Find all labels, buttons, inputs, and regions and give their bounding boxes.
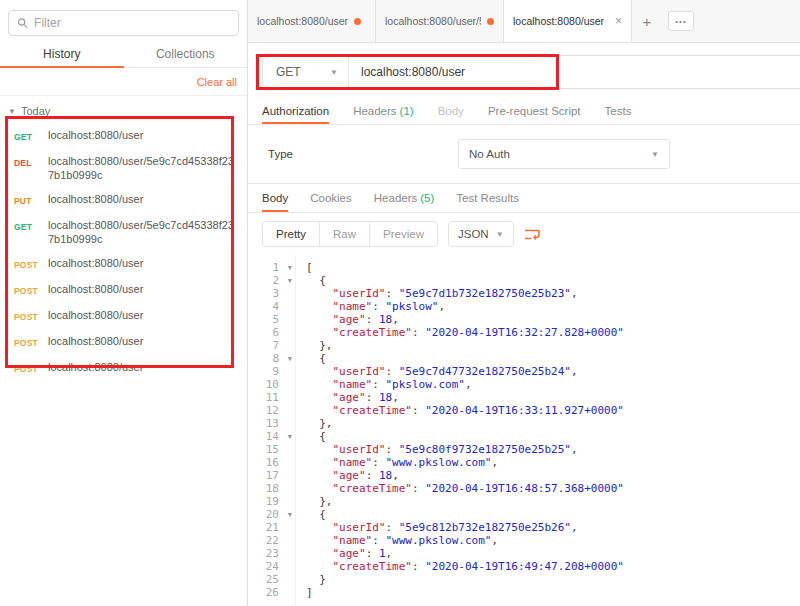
history-method-label: PUT	[14, 192, 43, 208]
wrap-text-icon[interactable]	[524, 228, 540, 241]
history-item[interactable]: POSTlocalhost:8080/user	[0, 251, 247, 277]
chevron-down-icon: ▼	[330, 68, 338, 77]
line-number: 5	[248, 313, 295, 326]
tab-history[interactable]: History	[0, 40, 124, 67]
format-select[interactable]: JSON ▼	[448, 221, 514, 247]
history-method-label: GET	[14, 128, 43, 144]
filter-box	[8, 10, 239, 36]
history-method-label: POST	[14, 256, 43, 272]
response-tabs: BodyCookiesHeaders(5)Test Results	[248, 183, 800, 213]
code-line: "name": "www.pkslow.com",	[306, 534, 800, 547]
view-mode-pretty[interactable]: Pretty	[263, 222, 320, 246]
close-tab-icon[interactable]: ×	[615, 14, 622, 28]
history-item[interactable]: POSTlocalhost:8080/user	[0, 303, 247, 329]
line-number: 12	[248, 404, 295, 417]
line-number: 6	[248, 326, 295, 339]
tab-label: Headers	[353, 105, 396, 117]
history-method-label: POST	[14, 334, 43, 350]
tab-count-badge: (1)	[400, 105, 414, 117]
response-section-tab[interactable]: Headers(5)	[374, 184, 435, 212]
response-section-tab[interactable]: Body	[262, 184, 288, 212]
clear-all-link[interactable]: Clear all	[197, 76, 237, 88]
view-mode-raw[interactable]: Raw	[320, 222, 370, 246]
tab-label: Authorization	[262, 105, 329, 117]
code-editor[interactable]: [ { "userId": "5e9c7d1b732e182750e25b23"…	[296, 255, 800, 606]
request-section-tab[interactable]: Body	[438, 97, 464, 124]
history-url: localhost:8080/user	[48, 360, 143, 376]
history-item[interactable]: DELlocalhost:8080/user/5e9c7cd45338f237b…	[0, 149, 247, 187]
url-input[interactable]: localhost:8080/user	[349, 56, 800, 88]
request-section-tab[interactable]: Tests	[605, 97, 632, 124]
new-tab-button[interactable]: +	[632, 0, 662, 42]
code-line: "userId": "5e9c7d1b732e182750e25b23",	[306, 287, 800, 300]
history-method-label: POST	[14, 360, 43, 376]
auth-type-select[interactable]: No Auth ▼	[458, 139, 670, 169]
request-tab[interactable]: localhost:8080/user/5	[376, 0, 504, 42]
line-number: 18	[248, 482, 295, 495]
line-number: 13	[248, 417, 295, 430]
view-mode-group: PrettyRawPreview	[262, 221, 438, 247]
line-number: 24	[248, 560, 295, 573]
request-section-tab[interactable]: Pre-request Script	[488, 97, 581, 124]
tab-label: Pre-request Script	[488, 105, 581, 117]
code-line: [	[306, 261, 800, 274]
format-label: JSON	[458, 228, 489, 240]
code-line: "age": 18,	[306, 391, 800, 404]
main-panel: localhost:8080/userlocalhost:8080/user/5…	[248, 0, 800, 606]
line-number: 15	[248, 443, 295, 456]
code-line: {	[306, 430, 800, 443]
tab-options-button[interactable]: •••	[668, 11, 694, 31]
code-line: "createTime": "2020-04-19T16:32:27.828+0…	[306, 326, 800, 339]
tab-strip: localhost:8080/userlocalhost:8080/user/5…	[248, 0, 800, 43]
request-tab[interactable]: localhost:8080/user	[248, 0, 376, 42]
request-section-tab[interactable]: Authorization	[262, 97, 329, 124]
code-line: }	[306, 573, 800, 586]
line-number: 9	[248, 365, 295, 378]
history-method-label: POST	[14, 282, 43, 298]
unsaved-dot-icon	[354, 18, 361, 25]
history-item[interactable]: POSTlocalhost:8080/user	[0, 355, 247, 381]
chevron-down-icon: ▼	[496, 230, 504, 239]
line-number: 23	[248, 547, 295, 560]
code-line: "userId": "5e9c80f9732e182750e25b25",	[306, 443, 800, 456]
line-number: 1▼	[248, 261, 295, 274]
tab-label: Body	[262, 192, 288, 204]
code-line: {	[306, 352, 800, 365]
tab-collections[interactable]: Collections	[124, 40, 248, 67]
history-item[interactable]: PUTlocalhost:8080/user	[0, 187, 247, 213]
response-section-tab[interactable]: Test Results	[456, 184, 519, 212]
code-line: },	[306, 495, 800, 508]
request-tab[interactable]: localhost:8080/user×	[504, 0, 632, 42]
method-select[interactable]: GET ▼	[263, 56, 349, 88]
history-item[interactable]: GETlocalhost:8080/user	[0, 123, 247, 149]
history-url: localhost:8080/user	[48, 128, 143, 144]
history-group-header[interactable]: ▼ Today	[0, 96, 247, 119]
history-method-label: GET	[14, 218, 43, 246]
request-section-tab[interactable]: Headers(1)	[353, 97, 414, 124]
code-line: },	[306, 417, 800, 430]
request-tabs: AuthorizationHeaders(1)BodyPre-request S…	[248, 97, 800, 125]
filter-input[interactable]	[34, 16, 230, 30]
request-tab-label: localhost:8080/user	[257, 15, 348, 27]
line-number: 20▼	[248, 508, 295, 521]
history-item[interactable]: GETlocalhost:8080/user/5e9c7cd45338f237b…	[0, 213, 247, 251]
line-number: 2▼	[248, 274, 295, 287]
url-bar: GET ▼ localhost:8080/user	[262, 55, 800, 89]
code-line: "age": 18,	[306, 469, 800, 482]
history-item[interactable]: POSTlocalhost:8080/user	[0, 277, 247, 303]
chevron-down-icon: ▼	[651, 150, 659, 159]
view-mode-preview[interactable]: Preview	[370, 222, 437, 246]
sidebar-tabs: History Collections	[0, 40, 247, 68]
history-method-label: DEL	[14, 154, 43, 182]
line-number: 8▼	[248, 352, 295, 365]
response-section-tab[interactable]: Cookies	[310, 184, 352, 212]
request-tab-label: localhost:8080/user	[513, 15, 604, 27]
history-item[interactable]: POSTlocalhost:8080/user	[0, 329, 247, 355]
code-line: "createTime": "2020-04-19T16:33:11.927+0…	[306, 404, 800, 417]
line-number: 26	[248, 586, 295, 599]
clear-row: Clear all	[0, 68, 247, 96]
code-line: "name": "pkslow",	[306, 300, 800, 313]
tab-count-badge: (5)	[420, 192, 434, 204]
code-line: },	[306, 339, 800, 352]
collapse-caret-icon: ▼	[8, 107, 16, 116]
